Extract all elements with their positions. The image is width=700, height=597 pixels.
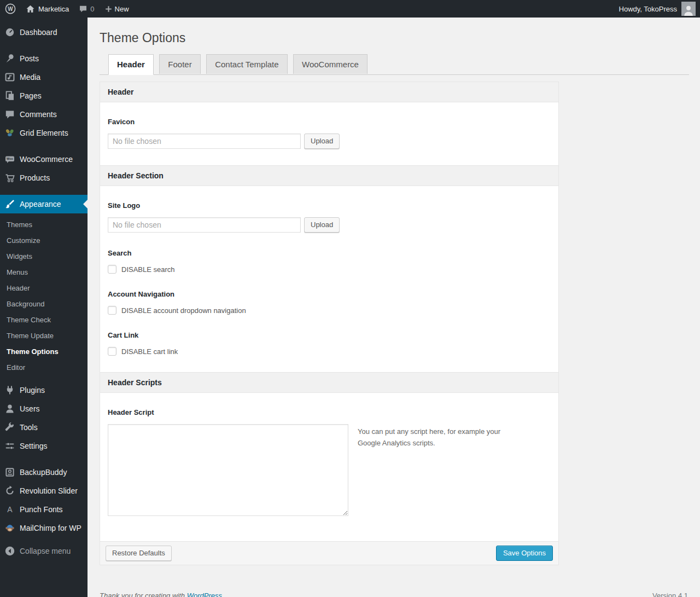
tab-contact-template[interactable]: Contact Template <box>206 54 287 74</box>
sidebar-item-settings[interactable]: Settings <box>0 437 88 455</box>
submenu-item-theme-check[interactable]: Theme Check <box>0 312 88 328</box>
submenu-item-themes[interactable]: Themes <box>0 217 88 233</box>
collapse-menu-button[interactable]: Collapse menu <box>0 542 88 560</box>
disable-cart-link-label: DISABLE cart link <box>121 347 178 356</box>
disable-account-nav-row[interactable]: DISABLE account dropdown navigation <box>108 306 551 315</box>
favicon-upload-button[interactable]: Upload <box>304 134 340 149</box>
disable-account-nav-label: DISABLE account dropdown navigation <box>121 306 246 315</box>
favicon-field: Favicon Upload <box>100 118 558 149</box>
wordpress-link[interactable]: WordPress. <box>187 592 224 597</box>
refresh-arrows-icon <box>4 485 15 496</box>
avatar[interactable] <box>681 2 696 16</box>
sidebar-item-label: Pages <box>20 91 42 100</box>
sidebar-item-comments[interactable]: Comments <box>0 105 88 124</box>
account-navigation-field: Account Navigation DISABLE account dropd… <box>100 290 558 315</box>
disable-cart-link-row[interactable]: DISABLE cart link <box>108 347 551 356</box>
sidebar-item-appearance[interactable]: Appearance <box>0 195 88 213</box>
comment-bubble-icon <box>4 109 15 120</box>
paintbrush-icon <box>4 199 15 210</box>
menu-separator <box>0 42 88 49</box>
account-navigation-label: Account Navigation <box>108 290 551 298</box>
comment-bubble-icon <box>79 4 88 13</box>
sidebar-item-tools[interactable]: Tools <box>0 418 88 437</box>
appearance-submenu: Themes Customize Widgets Menus Header Ba… <box>0 213 88 381</box>
plug-icon <box>4 385 15 396</box>
submenu-item-header[interactable]: Header <box>0 280 88 296</box>
disable-cart-link-checkbox[interactable] <box>108 347 116 356</box>
submenu-item-menus[interactable]: Menus <box>0 264 88 280</box>
header-script-help-text: You can put any script here, for example… <box>358 424 522 448</box>
menu-separator <box>0 455 88 463</box>
search-field: Search DISABLE search <box>100 249 558 274</box>
disable-search-checkbox[interactable] <box>108 265 116 274</box>
admin-bar: W Marketica 0 New Howdy, TokoPress <box>0 0 700 18</box>
sidebar-item-backupbuddy[interactable]: BackupBuddy <box>0 463 88 482</box>
page-footer: Thank you for creating with WordPress. V… <box>100 592 689 597</box>
submenu-item-customize[interactable]: Customize <box>0 233 88 248</box>
sidebar-item-label: Tools <box>20 423 38 432</box>
sidebar-item-grid-elements[interactable]: Grid Elements <box>0 124 88 142</box>
disable-search-row[interactable]: DISABLE search <box>108 265 551 274</box>
sidebar-item-label: Users <box>20 404 40 413</box>
sidebar-item-posts[interactable]: Posts <box>0 49 88 68</box>
site-logo-label: Site Logo <box>108 201 551 210</box>
letter-a-icon: A <box>4 504 15 515</box>
plus-icon <box>104 5 113 13</box>
tab-woocommerce[interactable]: WooCommerce <box>293 54 368 74</box>
favicon-file-input[interactable] <box>108 134 301 149</box>
sidebar-item-punch-fonts[interactable]: A Punch Fonts <box>0 500 88 519</box>
menu-separator <box>0 537 88 542</box>
collapse-arrow-icon <box>4 546 15 557</box>
sidebar-item-revolution-slider[interactable]: Revolution Slider <box>0 482 88 500</box>
woocommerce-icon: Woo <box>4 154 15 165</box>
sidebar-item-media[interactable]: Media <box>0 68 88 86</box>
site-logo-field: Site Logo Upload <box>100 201 558 233</box>
sidebar-item-mailchimp[interactable]: MailChimp for WP <box>0 519 88 537</box>
home-icon <box>26 4 35 14</box>
submenu-item-editor[interactable]: Editor <box>0 360 88 375</box>
section-header-section: Header Section <box>100 165 558 186</box>
header-script-field: Header Script You can put any script her… <box>100 408 558 516</box>
site-logo-upload-button[interactable]: Upload <box>304 217 340 233</box>
sidebar-item-label: WooCommerce <box>20 155 73 164</box>
cart-link-field: Cart Link DISABLE cart link <box>100 331 558 356</box>
submenu-item-background[interactable]: Background <box>0 296 88 312</box>
sidebar-item-users[interactable]: Users <box>0 399 88 418</box>
sidebar-item-woocommerce[interactable]: Woo WooCommerce <box>0 150 88 169</box>
person-avatar-icon <box>682 4 695 16</box>
restore-defaults-button[interactable]: Restore Defaults <box>106 546 172 561</box>
version-label: Version 4.1 <box>652 592 688 597</box>
submenu-item-theme-update[interactable]: Theme Update <box>0 328 88 344</box>
sidebar-item-dashboard[interactable]: Dashboard <box>0 23 88 42</box>
sidebar-item-plugins[interactable]: Plugins <box>0 381 88 399</box>
site-logo-file-input[interactable] <box>108 217 301 233</box>
page-title: Theme Options <box>100 30 689 47</box>
dashboard-icon <box>4 27 15 38</box>
howdy-account-menu[interactable]: Howdy, TokoPress <box>619 5 677 13</box>
sidebar-item-label: BackupBuddy <box>20 468 67 477</box>
disable-account-nav-checkbox[interactable] <box>108 306 116 315</box>
comments-bubble-menu[interactable]: 0 <box>74 0 99 18</box>
submenu-item-widgets[interactable]: Widgets <box>0 248 88 264</box>
sidebar-item-label: Collapse menu <box>20 547 71 555</box>
menu-separator <box>0 187 88 195</box>
submenu-item-theme-options[interactable]: Theme Options <box>0 344 88 360</box>
section-header-scripts: Header Scripts <box>100 372 558 393</box>
wp-logo-menu[interactable]: W <box>0 0 21 18</box>
header-script-textarea[interactable] <box>108 424 348 516</box>
wrench-icon <box>4 422 15 433</box>
site-name-link[interactable]: Marketica <box>21 0 74 18</box>
tab-header[interactable]: Header <box>108 54 154 76</box>
svg-text:W: W <box>8 6 13 12</box>
sidebar-item-label: Plugins <box>20 386 45 395</box>
save-options-button[interactable]: Save Options <box>496 546 553 561</box>
tab-footer[interactable]: Footer <box>159 54 200 74</box>
sidebar-item-products[interactable]: Products <box>0 169 88 187</box>
new-label: New <box>115 5 129 13</box>
svg-text:Woo: Woo <box>7 157 14 160</box>
tab-bar: Header Footer Contact Template WooCommer… <box>100 54 689 76</box>
main-content: Theme Options Header Footer Contact Temp… <box>88 18 700 597</box>
sidebar-item-pages[interactable]: Pages <box>0 86 88 105</box>
sidebar-item-label: Revolution Slider <box>20 486 78 495</box>
new-content-menu[interactable]: New <box>100 0 134 18</box>
